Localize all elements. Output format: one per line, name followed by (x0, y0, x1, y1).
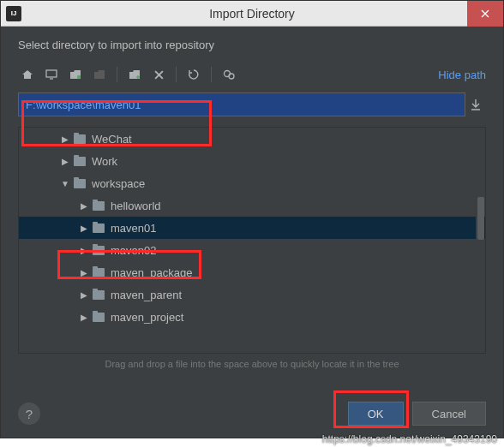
close-icon (481, 9, 489, 18)
toolbar: Hide path (18, 63, 486, 86)
cancel-button[interactable]: Cancel (412, 402, 486, 426)
path-input[interactable] (18, 92, 465, 116)
directory-tree: ▶WeChat▶Work▼workspace▶helloworld▶maven0… (18, 127, 486, 354)
separator (211, 67, 212, 82)
tree-item-label: WeChat (92, 133, 132, 146)
chevron-right-icon[interactable]: ▶ (79, 268, 89, 277)
scrollbar[interactable] (476, 128, 484, 352)
path-row (18, 92, 486, 116)
folder-icon (74, 179, 86, 188)
tree-item[interactable]: ▶maven01 (19, 217, 485, 239)
close-button[interactable] (467, 1, 503, 27)
separator (176, 67, 177, 82)
chevron-right-icon[interactable]: ▶ (79, 246, 89, 255)
tree-item-label: maven02 (111, 244, 156, 257)
tree-item-label: helloworld (111, 200, 161, 212)
tree-item[interactable]: ▶maven_project (19, 306, 485, 328)
hint-text: Drag and drop a file into the space abov… (18, 359, 486, 369)
window-title: Import Directory (209, 7, 295, 21)
instruction-text: Select directory to import into reposito… (18, 39, 486, 51)
chevron-right-icon[interactable]: ▶ (79, 290, 89, 300)
hide-path-link[interactable]: Hide path (438, 69, 486, 81)
tree-item[interactable]: ▶maven02 (19, 239, 485, 261)
tree-item-label: maven_package (111, 266, 192, 279)
home-icon[interactable] (18, 65, 37, 84)
ok-label: OK (368, 408, 384, 420)
folder-icon (93, 246, 105, 255)
help-button[interactable]: ? (18, 402, 40, 425)
tree-item-label: Work (92, 155, 117, 168)
tree-item[interactable]: ▶maven_package (19, 261, 485, 283)
svg-rect-0 (46, 70, 57, 77)
separator (117, 67, 117, 82)
folder-icon (93, 290, 105, 300)
footer: ? OK Cancel (18, 402, 486, 426)
tree-item-label: maven_project (111, 311, 183, 324)
app-icon: IJ (6, 6, 21, 21)
module-icon (90, 65, 109, 84)
folder-icon (93, 268, 105, 277)
svg-point-3 (229, 74, 234, 79)
svg-point-1 (77, 75, 81, 79)
chevron-down-icon[interactable]: ▼ (60, 179, 70, 188)
tree-item[interactable]: ▶Work (19, 150, 485, 172)
watermark: https://blog.csdn.net/weixin_49343190 (322, 433, 497, 445)
ok-button[interactable]: OK (348, 402, 404, 426)
chevron-right-icon[interactable]: ▶ (79, 224, 89, 233)
dialog-content: Select directory to import into reposito… (1, 27, 503, 369)
chevron-right-icon[interactable]: ▶ (79, 313, 89, 322)
show-hidden-icon[interactable] (219, 65, 238, 84)
chevron-right-icon[interactable]: ▶ (60, 134, 70, 144)
titlebar: IJ Import Directory (1, 1, 503, 27)
tree-item-label: maven_parent (111, 289, 182, 301)
scrollbar-thumb[interactable] (477, 197, 484, 240)
tree-item[interactable]: ▶maven_parent (19, 283, 485, 306)
project-icon[interactable] (66, 65, 85, 84)
tree-item[interactable]: ▶WeChat (19, 128, 485, 150)
refresh-icon[interactable] (184, 65, 203, 84)
folder-icon (93, 313, 105, 322)
folder-icon (93, 201, 105, 211)
new-folder-icon[interactable] (125, 65, 144, 84)
button-group: OK Cancel (348, 402, 486, 426)
folder-icon (74, 157, 86, 166)
tree-item-label: maven01 (111, 222, 156, 235)
tree-item-label: workspace (92, 177, 145, 190)
import-directory-dialog: IJ Import Directory Select directory to … (0, 0, 504, 438)
chevron-right-icon[interactable]: ▶ (79, 201, 89, 211)
delete-icon[interactable] (149, 65, 168, 84)
folder-icon (93, 224, 105, 233)
cancel-label: Cancel (432, 408, 466, 420)
chevron-right-icon[interactable]: ▶ (60, 157, 70, 166)
history-icon[interactable] (471, 98, 486, 110)
tree-item[interactable]: ▶helloworld (19, 194, 485, 217)
folder-icon (74, 134, 86, 144)
desktop-icon[interactable] (42, 65, 61, 84)
tree-item[interactable]: ▼workspace (19, 172, 485, 194)
